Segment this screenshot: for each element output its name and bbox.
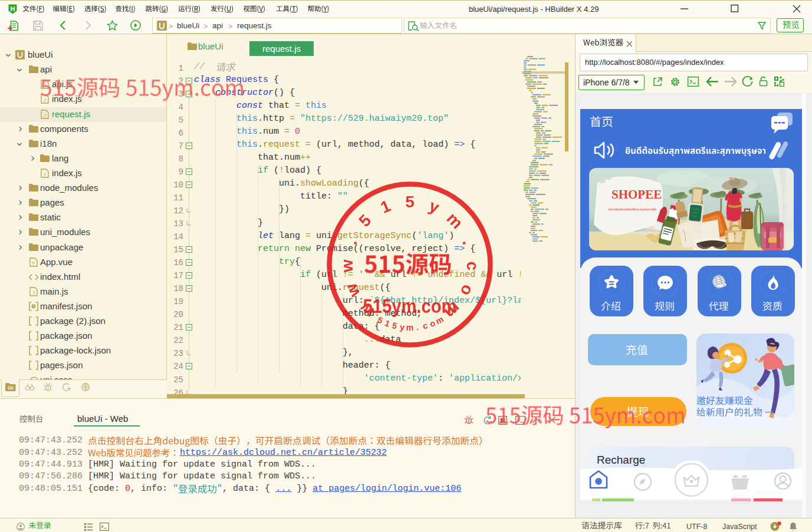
svg-text:.: . xyxy=(459,236,478,247)
svg-text:.: . xyxy=(342,236,361,247)
svg-text:o: o xyxy=(456,282,477,299)
svg-text:c: c xyxy=(422,320,429,331)
svg-text:y: y xyxy=(399,322,405,332)
svg-text:m: m xyxy=(406,323,414,332)
svg-text:1: 1 xyxy=(383,318,391,329)
svg-text:5: 5 xyxy=(405,193,415,211)
svg-text:.: . xyxy=(416,322,419,332)
svg-text:w: w xyxy=(338,259,357,273)
svg-text:5: 5 xyxy=(355,211,374,230)
svg-text:w: w xyxy=(341,280,364,300)
svg-text:515ym.com: 515ym.com xyxy=(363,295,457,317)
svg-text:y: y xyxy=(426,197,442,217)
svg-text:c: c xyxy=(463,261,482,270)
svg-text:m: m xyxy=(443,209,466,232)
svg-text:1: 1 xyxy=(378,197,393,217)
svg-text:5: 5 xyxy=(391,320,398,331)
